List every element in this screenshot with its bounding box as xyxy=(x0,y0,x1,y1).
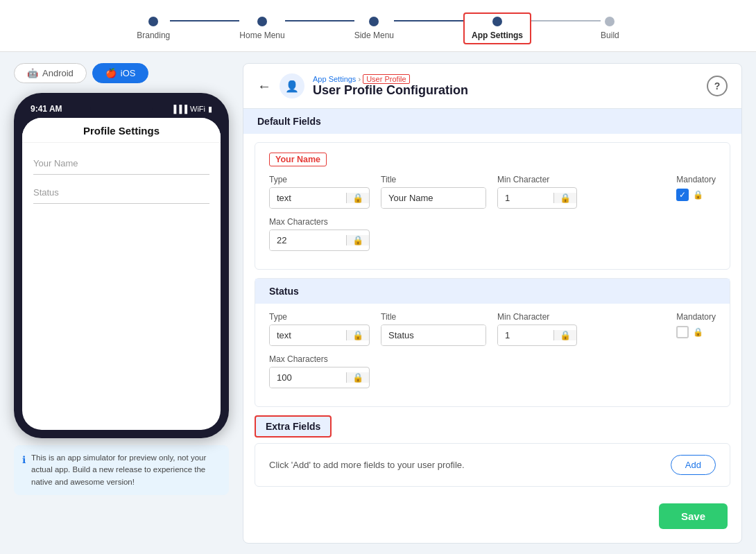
status-mandatory-col: Mandatory 🔒 xyxy=(676,312,716,338)
your-name-field-block: Your Name Type 🔒 Title xyxy=(255,142,730,270)
breadcrumb-base[interactable]: App Settings xyxy=(313,75,358,83)
default-fields-header: Default Fields xyxy=(243,109,741,134)
platform-tabs: 🤖 Android 🍎 iOS xyxy=(14,63,229,83)
phone-notch xyxy=(90,101,153,116)
your-name-type-lock: 🔒 xyxy=(346,193,369,203)
apple-icon: 🍎 xyxy=(105,68,117,78)
info-box: ℹ This is an app simulator for preview o… xyxy=(14,445,229,495)
info-text: This is an app simulator for preview onl… xyxy=(31,452,221,488)
status-title-input[interactable] xyxy=(381,325,486,345)
your-name-min-char-label: Min Character xyxy=(497,175,577,184)
your-name-mandatory-checkbox[interactable]: ✓ xyxy=(676,189,689,201)
wifi-icon: WiFi xyxy=(190,105,205,113)
extra-fields-hint: Click 'Add' to add more fields to your u… xyxy=(269,460,465,470)
save-button[interactable]: Save xyxy=(659,503,728,529)
status-row1: Type 🔒 Title Min Character xyxy=(269,312,716,346)
your-name-max-char-input[interactable] xyxy=(270,230,346,250)
tab-ios[interactable]: 🍎 iOS xyxy=(92,63,149,83)
tab-android[interactable]: 🤖 Android xyxy=(14,63,87,83)
ios-label: iOS xyxy=(121,68,136,78)
status-type-input[interactable] xyxy=(270,325,346,345)
status-type-lock: 🔒 xyxy=(346,330,369,340)
status-min-lock: 🔒 xyxy=(553,330,576,340)
connector-2 xyxy=(285,20,354,21)
your-name-type-input[interactable] xyxy=(270,188,346,208)
step-dot-home-menu xyxy=(257,17,267,26)
your-name-min-char-input[interactable] xyxy=(498,188,553,208)
status-max-char-input[interactable] xyxy=(270,367,346,388)
status-title-label: Title xyxy=(381,312,486,322)
header-icon: 👤 xyxy=(280,73,304,98)
phone-screen-body: Your Name Status xyxy=(22,143,221,220)
step-side-menu[interactable]: Side Menu xyxy=(354,17,394,40)
step-build[interactable]: Build xyxy=(601,17,619,40)
extra-fields-body: Click 'Add' to add more fields to your u… xyxy=(255,443,730,487)
step-home-menu[interactable]: Home Menu xyxy=(239,17,284,40)
step-dot-app-settings xyxy=(492,17,502,26)
config-header: ← 👤 App Settings › User Profile User Pro… xyxy=(243,64,741,109)
info-icon: ℹ xyxy=(22,453,26,467)
status-title-input-wrap xyxy=(381,324,486,346)
your-name-max-char-label: Max Characters xyxy=(269,217,370,227)
connector-3 xyxy=(394,20,463,21)
add-field-button[interactable]: Add xyxy=(671,455,716,475)
your-name-type-input-wrap: 🔒 xyxy=(269,187,370,209)
breadcrumb: App Settings › User Profile xyxy=(313,75,468,83)
step-app-settings[interactable]: App Settings xyxy=(463,12,531,44)
config-panel: ← 👤 App Settings › User Profile User Pro… xyxy=(243,63,742,544)
your-name-row2: Max Characters 🔒 xyxy=(269,217,716,251)
your-name-mandatory-label: Mandatory xyxy=(676,175,716,184)
android-icon: 🤖 xyxy=(27,68,38,78)
phone-icons: ▐▐▐ WiFi ▮ xyxy=(171,105,212,114)
status-min-char-group: Min Character 🔒 xyxy=(497,312,577,346)
your-name-title-input[interactable] xyxy=(381,188,486,208)
extra-fields-section: Extra Fields Click 'Add' to add more fie… xyxy=(255,415,730,487)
signal-icon: ▐▐▐ xyxy=(171,105,187,113)
status-row2: Max Characters 🔒 xyxy=(269,354,716,388)
step-label-side-menu: Side Menu xyxy=(354,31,394,40)
your-name-max-char-input-wrap: 🔒 xyxy=(269,230,370,251)
phone-screen: Profile Settings Your Name Status xyxy=(22,118,221,430)
back-button[interactable]: ← xyxy=(257,79,271,93)
extra-fields-header: Extra Fields xyxy=(255,415,332,438)
your-name-mandatory-col: Mandatory ✓ 🔒 xyxy=(676,175,716,201)
step-branding[interactable]: Branding xyxy=(137,17,170,40)
your-name-title-input-wrap xyxy=(381,187,486,209)
phone-time: 9:41 AM xyxy=(31,104,62,114)
main-layout: 🤖 Android 🍎 iOS 9:41 AM ▐▐▐ WiFi ▮ Profi… xyxy=(0,52,756,554)
config-footer: Save xyxy=(243,495,741,529)
status-type-label: Type xyxy=(269,312,370,322)
breadcrumb-sep: › xyxy=(358,75,361,83)
your-name-badge: Your Name xyxy=(269,153,327,166)
phone-frame: 9:41 AM ▐▐▐ WiFi ▮ Profile Settings Your… xyxy=(14,93,229,438)
phone-panel: 🤖 Android 🍎 iOS 9:41 AM ▐▐▐ WiFi ▮ Profi… xyxy=(14,63,229,495)
header-text-block: App Settings › User Profile User Profile… xyxy=(313,75,468,98)
config-title: User Profile Configuration xyxy=(313,83,468,98)
status-min-char-input[interactable] xyxy=(498,325,553,345)
your-name-min-char-input-wrap: 🔒 xyxy=(497,187,577,209)
status-min-char-input-wrap: 🔒 xyxy=(497,324,577,346)
your-name-type-label: Type xyxy=(269,175,370,184)
your-name-mandatory-row: ✓ 🔒 xyxy=(676,189,703,201)
status-min-char-label: Min Character xyxy=(497,312,577,322)
connector-4 xyxy=(531,20,601,21)
step-label-build: Build xyxy=(601,31,619,40)
status-mandatory-lock: 🔒 xyxy=(693,327,703,337)
step-dot-branding xyxy=(148,17,158,26)
status-title-group: Title xyxy=(381,312,486,346)
your-name-title-group: Title xyxy=(381,175,486,209)
status-mandatory-checkbox[interactable] xyxy=(676,326,689,338)
your-name-mandatory-lock: 🔒 xyxy=(693,190,703,200)
status-mandatory-label: Mandatory xyxy=(676,312,716,322)
breadcrumb-current: User Profile xyxy=(363,74,409,84)
help-button[interactable]: ? xyxy=(707,76,728,96)
stepper-bar: Branding Home Menu Side Menu App Setting… xyxy=(0,0,756,52)
step-label-home-menu: Home Menu xyxy=(239,31,284,40)
status-max-lock: 🔒 xyxy=(346,372,369,383)
your-name-max-lock: 🔒 xyxy=(346,235,369,245)
status-max-char-label: Max Characters xyxy=(269,354,370,364)
step-dot-side-menu xyxy=(369,17,379,26)
your-name-min-lock: 🔒 xyxy=(553,193,576,203)
your-name-min-char-group: Min Character 🔒 xyxy=(497,175,577,209)
step-label-app-settings: App Settings xyxy=(472,31,523,40)
